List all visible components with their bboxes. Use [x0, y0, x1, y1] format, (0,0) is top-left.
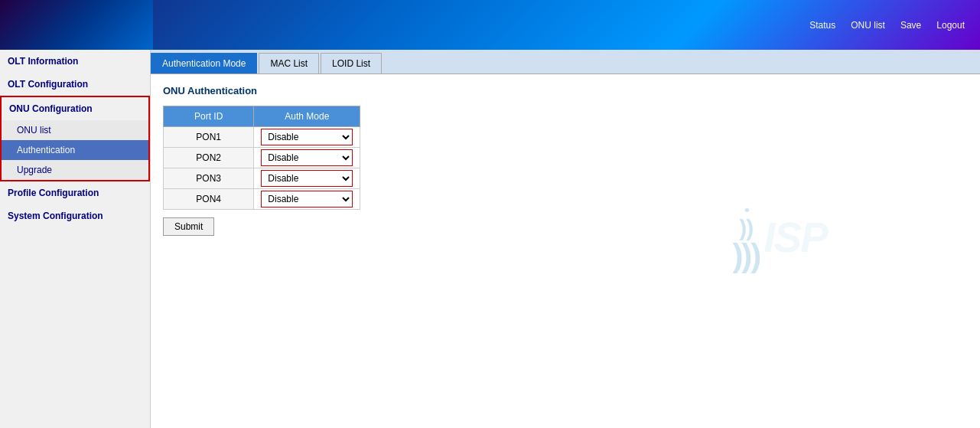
auth-mode-cell: DisableMACLOIDMAC+LOID	[254, 168, 360, 189]
sidebar-item-olt-configuration[interactable]: OLT Configuration	[0, 73, 150, 96]
auth-mode-select-pon2[interactable]: DisableMACLOIDMAC+LOID	[261, 149, 353, 166]
auth-mode-select-pon4[interactable]: DisableMACLOIDMAC+LOID	[261, 191, 353, 207]
layout: OLT Information OLT Configuration ONU Co…	[0, 50, 980, 428]
auth-table: Port ID Auth Mode PON1DisableMACLOIDMAC+…	[163, 106, 360, 210]
sidebar-item-onu-list[interactable]: ONU list	[2, 120, 148, 140]
table-row: PON2DisableMACLOIDMAC+LOID	[164, 148, 360, 168]
tab-authentication-mode[interactable]: Authentication Mode	[151, 53, 257, 74]
tab-loid-list[interactable]: LOID List	[321, 53, 382, 74]
auth-mode-select-pon3[interactable]: DisableMACLOIDMAC+LOID	[261, 170, 353, 187]
sidebar: OLT Information OLT Configuration ONU Co…	[0, 50, 151, 428]
status-link[interactable]: Status	[809, 20, 835, 31]
table-row: PON4DisableMACLOIDMAC+LOID	[164, 189, 360, 210]
auth-mode-cell: DisableMACLOIDMAC+LOID	[254, 148, 360, 168]
header-nav: Status ONU list Save Logout	[809, 20, 965, 31]
submit-button[interactable]: Submit	[163, 217, 214, 236]
sidebar-item-olt-information[interactable]: OLT Information	[0, 50, 150, 73]
sidebar-item-upgrade[interactable]: Upgrade	[2, 160, 148, 180]
col-auth-mode: Auth Mode	[254, 106, 360, 127]
port-id-cell: PON3	[164, 168, 254, 189]
port-id-cell: PON2	[164, 148, 254, 168]
port-id-cell: PON1	[164, 127, 254, 148]
port-id-cell: PON4	[164, 189, 254, 210]
header: Status ONU list Save Logout	[0, 0, 980, 50]
logout-link[interactable]: Logout	[936, 20, 965, 31]
sidebar-item-system-configuration[interactable]: System Configuration	[0, 204, 150, 227]
col-port-id: Port ID	[164, 106, 254, 127]
tabs-bar: Authentication Mode MAC List LOID List	[151, 50, 980, 74]
auth-mode-cell: DisableMACLOIDMAC+LOID	[254, 127, 360, 148]
tab-mac-list[interactable]: MAC List	[259, 53, 319, 74]
table-row: PON1DisableMACLOIDMAC+LOID	[164, 127, 360, 148]
sidebar-item-authentication[interactable]: Authentication	[2, 140, 148, 160]
onu-config-group: ONU Configuration ONU list Authenticatio…	[0, 96, 150, 181]
content-area: ONU Authentication Port ID Auth Mode PON…	[151, 74, 980, 247]
section-title: ONU Authentication	[163, 85, 968, 96]
save-link[interactable]: Save	[900, 20, 921, 31]
main-content: Authentication Mode MAC List LOID List O…	[151, 50, 980, 428]
auth-mode-select-pon1[interactable]: DisableMACLOIDMAC+LOID	[261, 129, 353, 145]
onu-list-link[interactable]: ONU list	[851, 20, 885, 31]
table-row: PON3DisableMACLOIDMAC+LOID	[164, 168, 360, 189]
auth-mode-cell: DisableMACLOIDMAC+LOID	[254, 189, 360, 210]
sidebar-item-onu-configuration[interactable]: ONU Configuration	[2, 97, 148, 120]
sidebar-item-profile-configuration[interactable]: Profile Configuration	[0, 181, 150, 204]
